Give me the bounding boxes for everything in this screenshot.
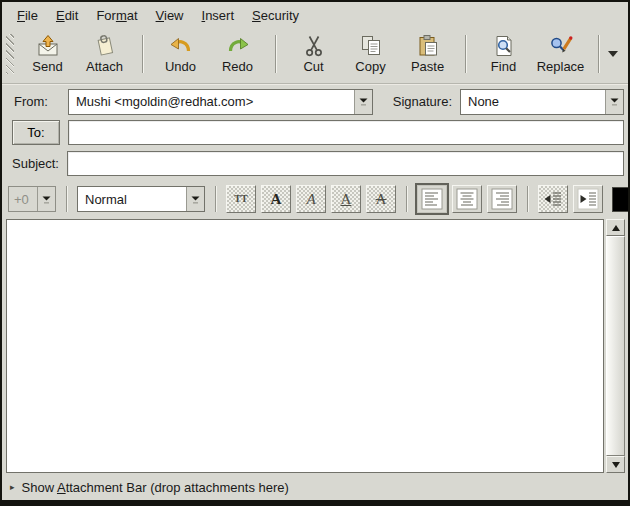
font-size-value: +0 — [9, 192, 37, 207]
format-separator — [406, 186, 407, 212]
undo-button[interactable]: Undo — [152, 29, 209, 79]
toolbar-overflow-chevron-icon[interactable] — [608, 51, 618, 57]
indent-icon — [577, 188, 599, 210]
to-input[interactable] — [68, 120, 624, 145]
subject-label: Subject: — [6, 156, 58, 171]
send-button[interactable]: Send — [19, 29, 76, 79]
find-label: Find — [491, 59, 516, 74]
copy-icon — [359, 34, 383, 58]
align-right-button[interactable] — [487, 185, 517, 213]
replace-icon — [549, 34, 573, 58]
find-icon — [492, 34, 516, 58]
replace-button[interactable]: Replace — [532, 29, 589, 79]
copy-button[interactable]: Copy — [342, 29, 399, 79]
message-body-area — [6, 219, 625, 473]
toolbar-grip-handle[interactable] — [6, 34, 14, 74]
paragraph-style-value: Normal — [78, 192, 186, 207]
composer-window: File Edit Format View Insert Security Se… — [0, 0, 630, 506]
redo-button[interactable]: Redo — [209, 29, 266, 79]
toolbar-separator — [142, 35, 143, 73]
from-row: From: Mushi <mgoldin@redhat.com> Signatu… — [6, 87, 624, 116]
font-color-swatch[interactable] — [612, 187, 630, 212]
menu-view[interactable]: View — [147, 6, 193, 25]
attachment-bar-label: Show Attachment Bar (drop attachments he… — [22, 480, 289, 495]
toolbar-separator — [598, 35, 599, 73]
align-center-button[interactable] — [452, 185, 482, 213]
signature-dropdown-arrow-icon[interactable] — [605, 90, 623, 114]
from-value: Mushi <mgoldin@redhat.com> — [69, 94, 354, 109]
from-select[interactable]: Mushi <mgoldin@redhat.com> — [68, 89, 373, 115]
paragraph-style-dropdown-arrow-icon[interactable] — [186, 187, 204, 211]
from-dropdown-arrow-icon[interactable] — [354, 90, 372, 114]
attach-icon — [93, 34, 117, 58]
cut-label: Cut — [303, 59, 323, 74]
scroll-down-button[interactable] — [606, 456, 625, 473]
signature-label: Signature: — [385, 94, 452, 109]
redo-label: Redo — [222, 59, 253, 74]
main-toolbar: Send Attach Undo Redo Cut — [2, 27, 628, 84]
scroll-up-button[interactable] — [606, 219, 625, 236]
format-toolbar: +0 Normal TT A A A A — [2, 180, 628, 218]
align-left-button[interactable] — [417, 185, 447, 213]
strikethrough-icon: A — [376, 192, 387, 207]
align-left-icon — [421, 188, 443, 210]
typewriter-icon: TT — [234, 194, 247, 204]
subject-row: Subject: — [6, 149, 624, 178]
send-label: Send — [32, 59, 62, 74]
to-row: To: — [6, 118, 624, 147]
underline-toggle-button[interactable]: A — [331, 185, 361, 213]
paragraph-style-select[interactable]: Normal — [77, 186, 205, 212]
message-body-editor[interactable] — [6, 219, 604, 473]
strikethrough-toggle-button[interactable]: A — [366, 185, 396, 213]
underline-icon: A — [341, 192, 352, 207]
align-center-icon — [456, 188, 478, 210]
cut-button[interactable]: Cut — [285, 29, 342, 79]
unindent-button[interactable] — [538, 185, 568, 213]
from-label: From: — [6, 94, 58, 109]
menu-format[interactable]: Format — [87, 6, 146, 25]
menu-edit[interactable]: Edit — [47, 6, 87, 25]
vertical-scrollbar[interactable] — [606, 219, 625, 473]
arrow-down-icon — [612, 462, 620, 468]
scrollbar-thumb[interactable] — [606, 236, 625, 456]
undo-icon — [169, 34, 193, 58]
arrow-up-icon — [612, 225, 620, 231]
redo-icon — [226, 34, 250, 58]
align-right-icon — [491, 188, 513, 210]
signature-value: None — [461, 94, 605, 109]
cut-icon — [302, 34, 326, 58]
typewriter-toggle-button[interactable]: TT — [226, 185, 256, 213]
replace-label: Replace — [537, 59, 585, 74]
italic-icon: A — [306, 192, 315, 207]
attach-label: Attach — [86, 59, 123, 74]
subject-input[interactable] — [67, 151, 624, 176]
undo-label: Undo — [165, 59, 196, 74]
format-separator — [215, 186, 216, 212]
menu-file[interactable]: File — [8, 6, 47, 25]
bold-icon: A — [271, 192, 282, 207]
send-icon — [36, 34, 60, 58]
signature-select[interactable]: None — [460, 89, 624, 115]
toolbar-separator — [275, 35, 276, 73]
find-button[interactable]: Find — [475, 29, 532, 79]
paste-button[interactable]: Paste — [399, 29, 456, 79]
unindent-icon — [542, 188, 564, 210]
menu-security[interactable]: Security — [243, 6, 308, 25]
paste-label: Paste — [411, 59, 444, 74]
menu-insert[interactable]: Insert — [193, 6, 244, 25]
toolbar-separator — [465, 35, 466, 73]
menubar: File Edit Format View Insert Security — [2, 2, 628, 27]
bold-toggle-button[interactable]: A — [261, 185, 291, 213]
italic-toggle-button[interactable]: A — [296, 185, 326, 213]
message-headers: From: Mushi <mgoldin@redhat.com> Signatu… — [2, 84, 628, 180]
indent-button[interactable] — [573, 185, 603, 213]
format-separator — [527, 186, 528, 212]
expander-triangle-icon: ▸ — [10, 483, 15, 492]
paste-icon — [416, 34, 440, 58]
attach-button[interactable]: Attach — [76, 29, 133, 79]
font-size-select[interactable]: +0 — [8, 186, 56, 212]
to-button[interactable]: To: — [12, 120, 60, 145]
format-separator — [66, 186, 67, 212]
font-size-dropdown-arrow-icon[interactable] — [37, 187, 55, 211]
attachment-bar-toggle[interactable]: ▸ Show Attachment Bar (drop attachments … — [2, 475, 628, 500]
